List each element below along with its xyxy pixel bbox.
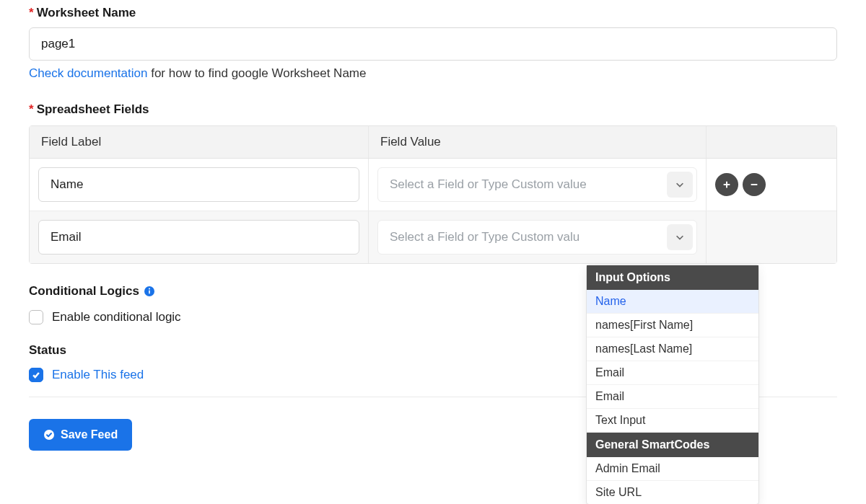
worksheet-name-input[interactable] (29, 27, 837, 61)
check-icon (32, 371, 40, 379)
enable-conditional-logic-checkbox[interactable] (29, 310, 43, 324)
dropdown-item[interactable]: Text Input (587, 409, 758, 433)
spreadsheet-fields-table: Field Label Field Value Input OptionsNam… (29, 125, 837, 264)
field-value-dropdown-toggle[interactable] (667, 172, 693, 198)
enable-feed-checkbox[interactable] (29, 368, 43, 382)
required-asterisk: * (29, 102, 34, 116)
add-field-button[interactable] (715, 173, 738, 196)
field-label-cell (30, 159, 369, 211)
spreadsheet-fields-label: *Spreadsheet Fields (29, 102, 837, 117)
conditional-logics-title-text: Conditional Logics (29, 284, 139, 299)
worksheet-name-label: *Worksheet Name (29, 6, 837, 20)
info-icon (144, 286, 155, 297)
table-row: Input OptionsNamenames[First Name]names[… (30, 211, 836, 263)
field-value-cell (369, 159, 707, 211)
check-circle-icon (43, 429, 55, 441)
plus-icon (722, 180, 732, 190)
spreadsheet-fields-label-text: Spreadsheet Fields (37, 102, 149, 116)
dropdown-group-header: General SmartCodes (587, 433, 758, 457)
dropdown-item[interactable]: names[Last Name] (587, 337, 758, 361)
dropdown-item[interactable]: Email (587, 385, 758, 409)
field-actions-cell (707, 211, 836, 263)
dropdown-item[interactable]: Admin Email (587, 457, 758, 481)
dropdown-item[interactable]: Site URL (587, 481, 758, 504)
dropdown-item[interactable]: Email (587, 361, 758, 385)
col-header-field-label: Field Label (30, 126, 369, 158)
minus-icon (749, 180, 759, 190)
table-header-row: Field Label Field Value (30, 126, 836, 159)
check-documentation-link[interactable]: Check documentation (29, 66, 147, 80)
worksheet-help-rest: for how to find google Worksheet Name (147, 66, 366, 80)
worksheet-help-text: Check documentation for how to find goog… (29, 66, 837, 81)
field-label-cell (30, 211, 369, 263)
col-header-actions (707, 126, 836, 158)
dropdown-item[interactable]: names[First Name] (587, 314, 758, 337)
field-value-dropdown-toggle[interactable] (667, 224, 693, 250)
svg-point-5 (149, 288, 150, 290)
table-row (30, 159, 836, 211)
worksheet-name-label-text: Worksheet Name (37, 6, 136, 19)
required-asterisk: * (29, 6, 34, 19)
col-header-field-value: Field Value (369, 126, 707, 158)
field-value-dropdown: Input OptionsNamenames[First Name]names[… (586, 265, 759, 504)
chevron-down-icon (675, 180, 685, 190)
field-value-cell: Input OptionsNamenames[First Name]names[… (369, 211, 707, 263)
dropdown-group-header: Input Options (587, 265, 758, 290)
remove-field-button[interactable] (743, 173, 766, 196)
field-actions-cell (707, 159, 836, 211)
field-value-input[interactable] (377, 220, 697, 255)
save-feed-button[interactable]: Save Feed (29, 419, 132, 451)
field-label-input[interactable] (38, 220, 359, 255)
field-label-input[interactable] (38, 167, 359, 202)
save-feed-button-label: Save Feed (61, 428, 118, 441)
enable-conditional-logic-label: Enable conditional logic (52, 310, 181, 324)
dropdown-item[interactable]: Name (587, 290, 758, 314)
enable-feed-label: Enable This feed (52, 368, 144, 382)
svg-rect-4 (149, 291, 150, 294)
chevron-down-icon (675, 232, 685, 242)
field-value-input[interactable] (377, 167, 697, 202)
